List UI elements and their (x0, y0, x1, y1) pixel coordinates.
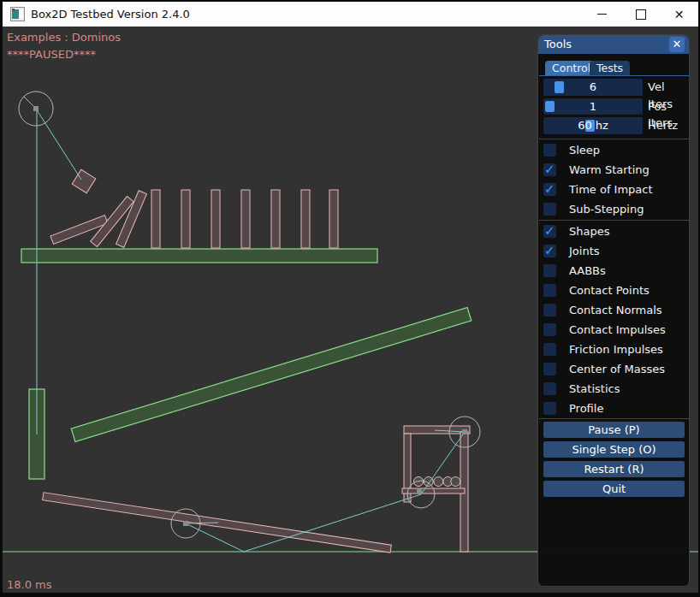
domino[interactable] (181, 190, 190, 248)
domino[interactable] (116, 191, 147, 248)
paused-label: ****PAUSED**** (7, 48, 96, 61)
check-icon: ✓ (544, 243, 555, 258)
pos-iters-label: Pos Iters (648, 98, 689, 115)
maximize-button[interactable] (621, 2, 660, 27)
joint-anchor-squares (33, 106, 467, 526)
separator (539, 418, 689, 419)
checkbox-label: Sub-Stepping (569, 203, 644, 216)
checkbox-label: Statistics (569, 382, 620, 396)
ramp-plank (71, 308, 472, 442)
check-icon: ✓ (544, 181, 555, 197)
app-icon (10, 7, 25, 21)
maximize-icon (636, 9, 646, 20)
checkbox-box[interactable]: ✓ (543, 183, 556, 196)
upright-dominos[interactable] (151, 190, 338, 248)
checkbox-box[interactable]: ✓ (543, 264, 556, 277)
cradle-frame (402, 426, 470, 552)
checkbox-center-of-masses[interactable]: ✓ Center of Masses (543, 363, 687, 375)
checkbox-sleep[interactable]: ✓ Sleep (543, 144, 687, 157)
slider-value: 60 hz (543, 117, 643, 134)
checkbox-box[interactable]: ✓ (543, 363, 556, 375)
checkbox-box[interactable]: ✓ (543, 304, 556, 316)
checkbox-statistics[interactable]: ✓ Statistics (543, 382, 687, 395)
check-icon: ✓ (544, 162, 555, 177)
checkbox-box[interactable]: ✓ (543, 284, 556, 297)
example-label: Examples : Dominos (7, 31, 121, 44)
domino[interactable] (329, 190, 338, 248)
check-icon: ✓ (544, 223, 555, 239)
hertz-label: Hertz (648, 117, 678, 134)
hertz-slider[interactable]: 60 hz (543, 117, 643, 134)
checkbox-warm-starting[interactable]: ✓ Warm Starting (543, 163, 687, 176)
anchor-square (462, 429, 467, 434)
app-window: Box2D Testbed Version 2.4.0 ✕ (3, 2, 698, 593)
cradle-balls[interactable] (414, 477, 460, 487)
checkbox-box[interactable]: ✓ (543, 245, 556, 257)
checkbox-label: Contact Normals (569, 304, 662, 317)
checkbox-contact-points[interactable]: ✓ Contact Points (543, 284, 687, 297)
slider-value: 6 (543, 79, 643, 96)
checkbox-label: Contact Impulses (569, 323, 666, 337)
checkbox-box[interactable]: ✓ (543, 382, 556, 395)
checkbox-joints[interactable]: ✓ Joints (543, 245, 687, 257)
close-icon: ✕ (674, 9, 685, 21)
restart-button[interactable]: Restart (R) (543, 461, 685, 477)
checkbox-label: Profile (569, 402, 603, 416)
quit-button[interactable]: Quit (543, 481, 685, 497)
pendulum-box[interactable] (72, 169, 96, 193)
checkbox-box[interactable]: ✓ (543, 402, 556, 415)
checkbox-box[interactable]: ✓ (543, 144, 556, 157)
checkbox-shapes[interactable]: ✓ Shapes (543, 225, 687, 238)
domino[interactable] (241, 190, 250, 248)
fallen-dominos[interactable] (50, 191, 146, 248)
tools-close-icon[interactable]: ✕ (669, 37, 685, 52)
domino[interactable] (301, 190, 310, 248)
separator (539, 220, 689, 221)
checkbox-label: Joints (569, 245, 600, 258)
single-step-button[interactable]: Single Step (O) (543, 441, 685, 458)
checkbox-box[interactable]: ✓ (543, 203, 556, 216)
pause-button[interactable]: Pause (P) (543, 422, 685, 438)
domino[interactable] (271, 190, 280, 248)
ball[interactable] (451, 477, 460, 487)
slider-value: 1 (543, 98, 643, 115)
checkbox-sub-stepping[interactable]: ✓ Sub-Stepping (543, 203, 687, 216)
domino[interactable] (211, 190, 220, 248)
checkbox-box[interactable]: ✓ (543, 343, 556, 356)
checkbox-box[interactable]: ✓ (543, 323, 556, 336)
checkbox-label: AABBs (569, 264, 606, 278)
checkbox-label: Center of Masses (569, 363, 665, 376)
vel-iters-label: Vel Iters (648, 79, 689, 96)
frame-time-label: 18.0 ms (7, 578, 52, 591)
domino[interactable] (151, 190, 160, 248)
checkbox-contact-normals[interactable]: ✓ Contact Normals (543, 304, 687, 316)
checkbox-profile[interactable]: ✓ Profile (543, 402, 687, 415)
ball[interactable] (434, 477, 443, 487)
anchor-square (183, 521, 188, 526)
checkbox-label: Contact Points (569, 284, 650, 298)
checkbox-time-of-impact[interactable]: ✓ Time of Impact (543, 183, 687, 196)
anchor-square (417, 489, 422, 494)
minimize-icon (597, 14, 607, 15)
tools-panel: Tools ✕ Controls Tests 6 Vel Iters 1 Pos… (537, 34, 690, 587)
checkbox-box[interactable]: ✓ (543, 225, 556, 238)
checkbox-label: Time of Impact (569, 183, 653, 197)
checkbox-label: Sleep (569, 144, 600, 157)
title-bar: Box2D Testbed Version 2.4.0 ✕ (3, 2, 698, 27)
checkbox-box[interactable]: ✓ (543, 163, 556, 176)
tools-panel-title: Tools (544, 35, 572, 54)
checkbox-contact-impulses[interactable]: ✓ Contact Impulses (543, 323, 687, 336)
checkbox-label: Shapes (569, 225, 609, 239)
tools-panel-titlebar[interactable]: Tools ✕ (538, 35, 689, 54)
vel-iters-slider[interactable]: 6 (543, 79, 643, 96)
checkbox-friction-impulses[interactable]: ✓ Friction Impulses (543, 343, 687, 356)
tab-underline (539, 75, 689, 76)
pos-iters-slider[interactable]: 1 (543, 98, 643, 115)
minimize-button[interactable] (583, 2, 621, 27)
pendulum-joint-line (36, 109, 81, 180)
tab-tests[interactable]: Tests (590, 61, 630, 75)
checkbox-aabbs[interactable]: ✓ AABBs (543, 264, 687, 277)
checkbox-label: Friction Impulses (569, 343, 663, 357)
close-button[interactable]: ✕ (660, 2, 698, 27)
frame-top-bar (404, 426, 470, 434)
